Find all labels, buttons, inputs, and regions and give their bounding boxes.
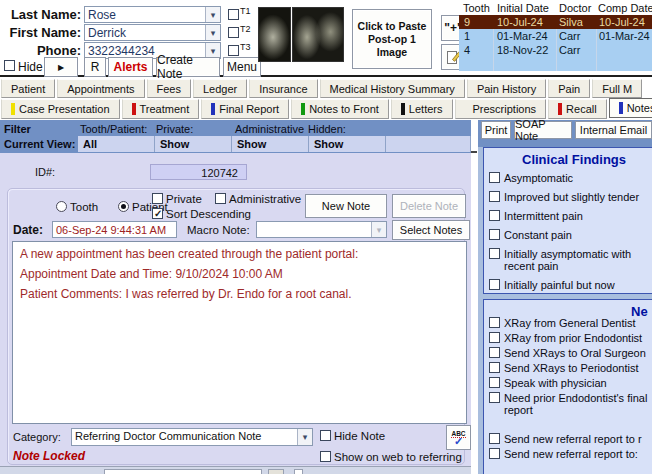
checkbox-item[interactable]: XRay from prior Endodontist <box>489 332 652 344</box>
private-filter[interactable]: Show <box>155 136 232 152</box>
checkbox-item[interactable]: Need prior Endodontist's final report <box>489 392 652 416</box>
checkbox[interactable] <box>489 377 500 388</box>
checkbox-item[interactable]: Send XRays to Periodontist <box>489 362 652 374</box>
tab[interactable]: Notes to Front <box>291 99 389 119</box>
right-arrow-icon: ▶ <box>58 63 64 72</box>
checkbox[interactable] <box>489 448 500 459</box>
paste-postop-image-button[interactable]: Click to Paste Post-op 1 Image <box>352 9 432 69</box>
checkbox-item[interactable]: Initially painful but now asymptomatic <box>489 279 652 294</box>
internal-email-button[interactable]: Internal Email <box>575 121 652 139</box>
id-label: ID#: <box>35 166 55 178</box>
tab-label: Pain History <box>477 83 536 95</box>
tab[interactable]: Prescriptions <box>455 99 547 119</box>
tab-label: Case Presentation <box>19 103 110 115</box>
splitter-handle[interactable] <box>471 151 477 153</box>
table-row[interactable]: 9 10-Jul-24 Silva 10-Jul-24 <box>459 15 652 29</box>
combobox-value: Derrick <box>85 25 205 40</box>
hide-note-label: Hide Note <box>334 430 385 442</box>
spellcheck-check-icon: ✓ <box>454 438 463 445</box>
soap-note-button[interactable]: SOAP Note <box>514 121 572 139</box>
checkbox[interactable] <box>489 433 500 444</box>
hide-note-checkbox[interactable] <box>320 430 331 441</box>
patient-field-combobox[interactable]: Rose ▾ <box>84 6 221 23</box>
checkbox[interactable] <box>489 332 500 343</box>
checkbox[interactable] <box>489 172 500 183</box>
date-field[interactable]: 06-Sep-24 9:44:31 AM <box>52 221 177 238</box>
alerts-button[interactable]: Alerts <box>108 57 153 77</box>
t-checkbox[interactable] <box>228 45 239 56</box>
r-button[interactable]: R <box>84 57 106 77</box>
chevron-down-icon[interactable]: ▾ <box>205 7 220 22</box>
tooth-patient-filter[interactable]: All <box>78 136 155 152</box>
checkbox-item[interactable]: Send new referral report to: <box>489 448 652 460</box>
sort-descending-checkbox[interactable] <box>152 208 163 219</box>
menu-button[interactable]: Menu <box>223 57 261 77</box>
tab[interactable]: Final Report <box>201 99 289 119</box>
tab[interactable]: Pain History <box>467 79 546 98</box>
checkbox-item[interactable]: Speak with physician <box>489 377 652 389</box>
patient-radio[interactable] <box>118 201 129 212</box>
checkbox[interactable] <box>489 317 500 328</box>
combobox-value <box>257 222 371 237</box>
checkbox-item[interactable]: Asymptomatic <box>489 172 652 184</box>
tab[interactable]: Fees <box>147 79 191 98</box>
administrative-filter[interactable]: Show <box>232 136 309 152</box>
tab[interactable]: Pain <box>548 79 590 98</box>
tab[interactable]: Full M <box>592 79 642 98</box>
chevron-down-icon[interactable]: ▾ <box>297 429 312 445</box>
private-checkbox[interactable] <box>152 193 163 204</box>
category-combobox[interactable]: Referring Doctor Communication Note ▾ <box>71 428 313 446</box>
checkbox[interactable] <box>489 279 500 290</box>
tab[interactable]: Case Presentation <box>1 99 120 119</box>
table-row[interactable]: 1 01-Mar-24 Carr 01-Mar-24 <box>459 29 652 43</box>
checkbox-label: XRay from General Dentist <box>504 317 635 329</box>
chevron-down-icon[interactable]: ▾ <box>371 222 386 237</box>
hide-checkbox[interactable] <box>4 60 15 71</box>
tab[interactable]: Ledger <box>193 79 247 98</box>
expand-arrow-button[interactable]: ▶ <box>44 57 78 77</box>
xray-thumbnail[interactable] <box>292 7 344 62</box>
spellcheck-button[interactable]: ABC ✓ <box>446 425 471 450</box>
checkbox-item[interactable]: Send new referral report to r <box>489 433 652 445</box>
tab[interactable]: Appointments <box>57 79 144 98</box>
patient-field-combobox[interactable]: Derrick ▾ <box>84 24 221 41</box>
checkbox-item[interactable]: Improved but slightly tender <box>489 191 652 203</box>
tab[interactable]: Insurance <box>249 79 317 98</box>
checkbox[interactable] <box>489 191 500 202</box>
show-on-web-checkbox[interactable] <box>320 451 331 462</box>
note-locked-status: Note Locked <box>13 449 85 463</box>
print-button[interactable]: Print <box>481 121 511 139</box>
xray-thumbnail[interactable] <box>258 7 291 62</box>
checkbox[interactable] <box>489 229 500 240</box>
checkbox-item[interactable]: Constant pain <box>489 229 652 241</box>
checkbox[interactable] <box>489 347 500 358</box>
tab[interactable]: Letters <box>391 99 453 119</box>
t-checkbox[interactable] <box>228 27 239 38</box>
checkbox[interactable] <box>489 392 500 403</box>
create-note-button[interactable]: Create Note <box>156 57 220 77</box>
checkbox-item[interactable]: Initially asymptomatic with recent pain <box>489 248 652 272</box>
select-notes-button[interactable]: Select Notes <box>392 220 470 240</box>
checkbox[interactable] <box>489 362 500 373</box>
checkbox-item[interactable]: XRay from General Dentist <box>489 317 652 329</box>
macro-note-combobox[interactable]: ▾ <box>256 221 387 238</box>
delete-note-button[interactable]: Delete Note <box>392 194 466 218</box>
table-row[interactable]: 4 18-Nov-22 Carr <box>459 43 652 57</box>
t-checkbox[interactable] <box>228 9 239 20</box>
tab[interactable]: Medical History Summary <box>320 79 465 98</box>
tooth-radio[interactable] <box>56 201 67 212</box>
tab[interactable]: Treatment <box>122 99 200 119</box>
checkbox[interactable] <box>489 210 500 221</box>
checkbox[interactable] <box>489 248 500 259</box>
note-text-area[interactable]: A new appointment has been created throu… <box>12 241 467 424</box>
checkbox-item[interactable]: Send XRays to Oral Surgeon <box>489 347 652 359</box>
tab[interactable]: Patient <box>1 79 55 98</box>
chevron-down-icon[interactable]: ▾ <box>205 25 220 40</box>
tab[interactable]: Notes <box>609 98 652 118</box>
tab-color-bar-icon <box>11 103 15 115</box>
administrative-checkbox[interactable] <box>215 193 226 204</box>
tab[interactable]: Recall <box>548 99 607 119</box>
checkbox-item[interactable]: Intermittent pain <box>489 210 652 222</box>
hidden-filter[interactable]: Show <box>309 136 386 152</box>
new-note-button[interactable]: New Note <box>305 194 387 218</box>
